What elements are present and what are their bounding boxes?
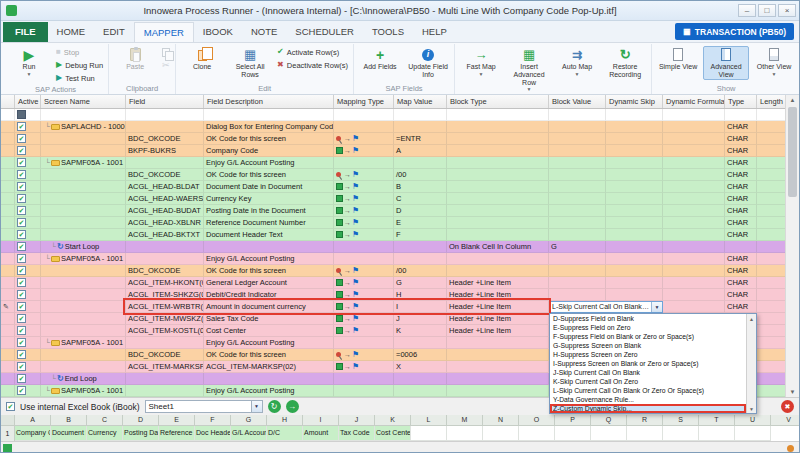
table-row[interactable]: ✔BDC_OKCODEOK Code for this screen→⚑/00C… xyxy=(1,169,787,181)
dropdown-item[interactable]: G-Suppress Screen on Blank xyxy=(550,341,746,350)
test-run-button[interactable]: ▶Test Run xyxy=(54,72,105,84)
cut-icon-button[interactable]: ✂ xyxy=(160,59,172,71)
close-button[interactable]: × xyxy=(778,4,796,17)
tab-scheduler[interactable]: SCHEDULER xyxy=(286,22,363,42)
simple-view-button[interactable]: Simple View xyxy=(655,46,701,72)
active-checkbox[interactable]: ✔ xyxy=(17,338,26,347)
sheet-cell[interactable]: Tax Code xyxy=(339,426,375,441)
active-checkbox[interactable]: ✔ xyxy=(17,266,26,275)
tab-ibook[interactable]: IBOOK xyxy=(194,22,242,42)
sheet-column-g[interactable]: G xyxy=(231,415,267,425)
column-header-type[interactable]: Type xyxy=(725,95,757,108)
stop-button[interactable]: ■Stop xyxy=(54,46,105,58)
tab-tools[interactable]: TOOLS xyxy=(363,22,413,42)
insert-advanced-row-button[interactable]: ▦Insert Advanced Row▼ xyxy=(506,46,552,94)
column-header-dynamic-skip[interactable]: Dynamic Skip xyxy=(606,95,663,108)
active-checkbox[interactable] xyxy=(17,110,26,119)
sheet-column-a[interactable]: A xyxy=(15,415,51,425)
sheet-column-j[interactable]: J xyxy=(339,415,375,425)
other-view-button[interactable]: Other View▼ xyxy=(751,46,797,78)
active-checkbox[interactable]: ✔ xyxy=(17,194,26,203)
active-checkbox[interactable]: ✔ xyxy=(17,386,26,395)
column-header-block-value[interactable]: Block Value xyxy=(549,95,606,108)
dropdown-item[interactable]: F-Suppress Field on Blank or Zero or Spa… xyxy=(550,332,746,341)
sheet-cell[interactable]: Amount xyxy=(303,426,339,441)
dropdown-item[interactable]: Y-Data Governance Rule... xyxy=(550,395,746,404)
restore-recording-button[interactable]: ↻Restore Recording xyxy=(602,46,648,80)
active-checkbox[interactable]: ✔ xyxy=(17,290,26,299)
tab-mapper[interactable]: MAPPER xyxy=(134,22,194,42)
sheet-column-l[interactable]: L xyxy=(411,415,447,425)
active-checkbox[interactable]: ✔ xyxy=(17,146,26,155)
column-header-field[interactable]: Field xyxy=(126,95,204,108)
dropdown-item[interactable]: J-Skip Current Call On Blank xyxy=(550,368,746,377)
tab-edit[interactable]: EDIT xyxy=(94,22,134,42)
sheet-column-s[interactable]: S xyxy=(663,415,699,425)
sheet-column-c[interactable]: C xyxy=(87,415,123,425)
dropdown-item[interactable]: L-Skip Current Call On Blank Or Zero Or … xyxy=(550,386,746,395)
transaction-pb50-button[interactable]: ▦ TRANSACTION (PB50) xyxy=(675,23,794,40)
sheet-column-f[interactable]: F xyxy=(195,415,231,425)
column-header-active[interactable]: Active▼ xyxy=(15,95,41,108)
table-row[interactable]: ✔BKPF-BUKRSCompany Code→⚑ACHAR xyxy=(1,145,787,157)
active-checkbox[interactable]: ✔ xyxy=(17,302,26,311)
sheet-column-v[interactable]: V xyxy=(771,415,799,425)
table-row[interactable]: ✔ACGL_HEAD-BKTXTDocument Header Text→⚑FC… xyxy=(1,229,787,241)
dropdown-item[interactable]: Z-Custom Dynamic Skip... xyxy=(550,404,746,413)
sheet-column-n[interactable]: N xyxy=(483,415,519,425)
sheet-cell[interactable]: Currency xyxy=(87,426,123,441)
sheet-cell[interactable] xyxy=(735,426,771,441)
table-row[interactable] xyxy=(1,109,787,121)
sheet-column-r[interactable]: R xyxy=(627,415,663,425)
fast-map-button[interactable]: →Fast Map▼ xyxy=(458,46,504,78)
paste-button[interactable]: Paste xyxy=(112,46,158,72)
sheet-column-p[interactable]: P xyxy=(555,415,591,425)
grid-vertical-scrollbar[interactable]: ▲ ▼ xyxy=(785,95,799,397)
auto-map-button[interactable]: ⇉Auto Map▼ xyxy=(554,46,600,78)
sheet-cell[interactable] xyxy=(627,426,663,441)
sheet-select[interactable]: Sheet1 ▼ xyxy=(145,400,263,413)
table-row[interactable]: ✔└SAPLACHD - 1000Dialog Box for Entering… xyxy=(1,121,787,133)
column-header-block-type[interactable]: Block Type xyxy=(447,95,549,108)
sheet-cell[interactable] xyxy=(663,426,699,441)
active-checkbox[interactable]: ✔ xyxy=(17,374,26,383)
sheet-column-b[interactable]: B xyxy=(51,415,87,425)
sheet-cell[interactable]: Company Code xyxy=(15,426,51,441)
advanced-view-button[interactable]: Advanced View xyxy=(703,46,749,80)
sheet-cell[interactable]: Cost Center xyxy=(375,426,411,441)
tab-home[interactable]: HOME xyxy=(48,22,95,42)
table-row[interactable]: ✔BDC_OKCODEOK Code for this screen→⚑=ENT… xyxy=(1,133,787,145)
column-header-mapping-type[interactable]: Mapping Type xyxy=(334,95,394,108)
debug-run-button[interactable]: ▶Debug Run xyxy=(54,59,105,71)
sheet-row-number[interactable]: 1 xyxy=(1,426,15,441)
chevron-down-icon[interactable]: ▼ xyxy=(251,401,262,412)
sheet-cell[interactable] xyxy=(483,426,519,441)
scroll-down-arrow-icon[interactable]: ▼ xyxy=(786,387,799,397)
table-row[interactable]: ✔└SAPMF05A - 1001Enjoy G/L Account Posti… xyxy=(1,157,787,169)
run-button[interactable]: ▶Run▼ xyxy=(6,46,52,78)
active-checkbox[interactable]: ✔ xyxy=(17,278,26,287)
active-checkbox[interactable]: ✔ xyxy=(17,218,26,227)
table-row[interactable]: ✔BDC_OKCODEOK Code for this screen→⚑/00C… xyxy=(1,265,787,277)
sheet-column-t[interactable]: T xyxy=(699,415,735,425)
sheet-column-d[interactable]: D xyxy=(123,415,159,425)
table-row[interactable]: ✔ACGL_HEAD-XBLNRReference Document Numbe… xyxy=(1,217,787,229)
active-checkbox[interactable]: ✔ xyxy=(17,230,26,239)
sheet-cell[interactable]: G/L Account xyxy=(231,426,267,441)
tab-help[interactable]: HELP xyxy=(413,22,456,42)
refresh-ibook-icon[interactable]: ↻ xyxy=(268,400,281,413)
select-all-rows-button[interactable]: ▦Select All Rows xyxy=(227,46,273,80)
table-row[interactable]: ✔ACGL_HEAD-BUDATPosting Date in the Docu… xyxy=(1,205,787,217)
active-checkbox[interactable]: ✔ xyxy=(17,134,26,143)
active-checkbox[interactable]: ✔ xyxy=(17,206,26,215)
update-field-info-button[interactable]: iUpdate Field Info xyxy=(405,46,451,80)
column-header-screen-name[interactable]: Screen Name xyxy=(41,95,126,108)
sheet-cell[interactable]: Document Date xyxy=(51,426,87,441)
dynamic-skip-combobox[interactable]: L-Skip Current Call On Blank Or Zero Or … xyxy=(549,301,663,313)
table-row[interactable]: ✔ACGL_ITEM-SHKZG(02)Debit/Credit Indicat… xyxy=(1,289,787,301)
active-checkbox[interactable]: ✔ xyxy=(17,362,26,371)
dropdown-item[interactable]: D-Suppress Field on Blank xyxy=(550,314,746,323)
active-checkbox[interactable]: ✔ xyxy=(17,170,26,179)
add-fields-button[interactable]: +Add Fields xyxy=(357,46,403,72)
table-row[interactable]: ✔ACGL_HEAD-WAERSCurrency Key→⚑CCHAR xyxy=(1,193,787,205)
